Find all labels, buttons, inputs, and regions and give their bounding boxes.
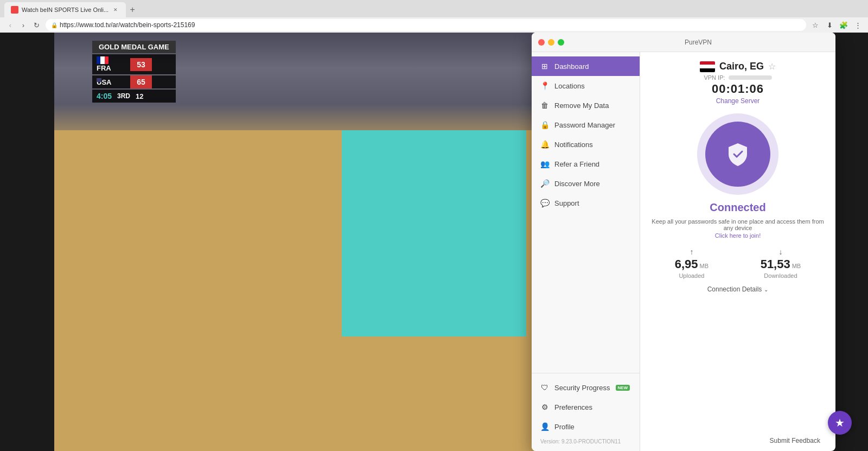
- notifications-icon: 🔔: [540, 140, 549, 149]
- window-maximize-button[interactable]: [558, 39, 564, 46]
- sidebar-item-refer-a-friend[interactable]: 👥 Refer a Friend: [532, 154, 640, 174]
- vpn-ip-row: VPN IP:: [704, 74, 771, 81]
- panel-body: ⊞ Dashboard 📍 Locations 🗑 Remove My Data…: [532, 52, 835, 451]
- panel-title: PureVPN: [567, 39, 829, 46]
- sidebar-label-discover-more: Discover More: [554, 180, 600, 188]
- menu-button[interactable]: ⋮: [852, 19, 864, 31]
- team1-row: FRA 53: [92, 54, 176, 74]
- download-stat: ↓ 51,53 MB Downloaded: [761, 247, 801, 279]
- team2-row: USA 65: [92, 75, 176, 88]
- game-title: GOLD MEDAL GAME: [92, 41, 176, 53]
- france-flag: [97, 56, 108, 64]
- sidebar-item-preferences[interactable]: ⚙ Preferences: [532, 397, 640, 417]
- sidebar-item-locations[interactable]: 📍 Locations: [532, 76, 640, 96]
- nav-buttons: ‹ › ↻: [4, 19, 42, 31]
- floating-star-button[interactable]: ★: [828, 411, 852, 435]
- sidebar-item-notifications[interactable]: 🔔 Notifications: [532, 135, 640, 154]
- tab-bar: Watch beIN SPORTS Live Onli... ✕ +: [0, 0, 868, 17]
- sidebar-item-password-manager[interactable]: 🔒 Password Manager: [532, 115, 640, 135]
- preferences-icon: ⚙: [540, 403, 549, 411]
- new-badge: NEW: [616, 385, 630, 391]
- sidebar-label-profile: Profile: [554, 423, 575, 431]
- sidebar-label-support: Support: [554, 199, 579, 207]
- promo-text: Keep all your passwords safe in one plac…: [649, 218, 827, 231]
- password-manager-icon: 🔒: [540, 120, 549, 129]
- team1-score: 53: [130, 58, 152, 71]
- download-value: 51,53 MB: [761, 257, 801, 271]
- location-row: Cairo, EG ☆: [649, 61, 827, 72]
- download-unit: MB: [792, 263, 801, 269]
- download-arrow-icon: ↓: [778, 247, 782, 256]
- vpn-sidebar: ⊞ Dashboard 📍 Locations 🗑 Remove My Data…: [532, 52, 640, 451]
- download-label: Downloaded: [764, 272, 797, 279]
- bookmark-button[interactable]: ☆: [809, 19, 821, 31]
- connection-details-label: Connection Details: [707, 285, 762, 293]
- connection-timer: 00:01:06: [712, 82, 764, 96]
- upload-stat: ↑ 6,95 MB Uploaded: [675, 247, 709, 279]
- egypt-flag-black: [700, 68, 715, 72]
- panel-titlebar: PureVPN: [532, 33, 835, 52]
- location-name: Cairo, EG: [719, 61, 764, 72]
- game-clock: 4:05 3RD 12: [92, 90, 176, 103]
- tab-title: Watch beIN SPORTS Live Onli...: [22, 7, 108, 13]
- sidebar-label-dashboard: Dashboard: [554, 62, 589, 71]
- sidebar-label-notifications: Notifications: [554, 141, 593, 149]
- sidebar-item-remove-my-data[interactable]: 🗑 Remove My Data: [532, 96, 640, 115]
- new-tab-button[interactable]: +: [126, 3, 139, 16]
- browser-chrome: Watch beIN SPORTS Live Onli... ✕ + ‹ › ↻…: [0, 0, 868, 33]
- favorite-star-icon[interactable]: ☆: [768, 61, 776, 72]
- shield-circle[interactable]: [697, 113, 778, 195]
- security-progress-icon: 🛡: [540, 383, 549, 392]
- promo-link[interactable]: Click here to join!: [715, 232, 761, 239]
- sidebar-item-support[interactable]: 💬 Support: [532, 193, 640, 213]
- change-server-link[interactable]: Change Server: [716, 97, 760, 105]
- back-button[interactable]: ‹: [4, 19, 16, 31]
- remove-data-icon: 🗑: [540, 101, 549, 110]
- sidebar-label-refer-a-friend: Refer a Friend: [554, 160, 599, 168]
- active-tab[interactable]: Watch beIN SPORTS Live Onli... ✕: [4, 2, 126, 17]
- connected-text: Connected: [710, 201, 765, 214]
- egypt-flag: [700, 61, 715, 72]
- submit-feedback-button[interactable]: Submit Feedback: [765, 435, 825, 447]
- dashboard-icon: ⊞: [540, 62, 549, 71]
- sidebar-label-remove-my-data: Remove My Data: [554, 101, 609, 110]
- clock-time: 4:05: [97, 92, 112, 100]
- version-text: Version: 9.23.0-PRODUCTION11: [532, 436, 640, 447]
- upload-value: 6,95 MB: [675, 257, 709, 271]
- connection-details-row[interactable]: Connection Details ⌄: [649, 285, 827, 293]
- court-paint: [342, 130, 526, 336]
- sidebar-item-security-progress[interactable]: 🛡 Security Progress NEW: [532, 378, 640, 397]
- vpn-ip-bar: [729, 75, 772, 80]
- main-content: GOLD MEDAL GAME FRA 53 USA 65 4:05: [0, 33, 868, 451]
- url-text: https://www.tod.tv/ar/watch/bein-sports-…: [60, 21, 195, 29]
- sidebar-label-locations: Locations: [554, 82, 585, 90]
- sidebar-item-discover-more[interactable]: 🔎 Discover More: [532, 174, 640, 193]
- sidebar-item-dashboard[interactable]: ⊞ Dashboard: [532, 56, 640, 76]
- discover-more-icon: 🔎: [540, 179, 549, 188]
- tab-close-button[interactable]: ✕: [112, 6, 119, 14]
- team2-name: USA: [92, 76, 130, 88]
- window-minimize-button[interactable]: [548, 39, 554, 46]
- upload-label: Uploaded: [679, 272, 704, 279]
- video-background: GOLD MEDAL GAME FRA 53 USA 65 4:05: [0, 33, 868, 451]
- sidebar-bottom: 🛡 Security Progress NEW ⚙ Preferences 👤 …: [532, 373, 640, 447]
- tab-favicon: [11, 6, 18, 14]
- team1-name: FRA: [92, 54, 130, 74]
- team2-score: 65: [130, 75, 152, 88]
- url-bar[interactable]: 🔒 https://www.tod.tv/ar/watch/bein-sport…: [46, 19, 806, 31]
- refresh-button[interactable]: ↻: [30, 19, 42, 31]
- vpn-ip-label: VPN IP:: [704, 74, 725, 81]
- sidebar-item-profile[interactable]: 👤 Profile: [532, 417, 640, 436]
- download-button[interactable]: ⬇: [824, 19, 835, 31]
- upload-arrow-icon: ↑: [690, 247, 693, 256]
- vpn-dashboard: Cairo, EG ☆ VPN IP: 00:01:06 Change Serv…: [640, 52, 835, 451]
- chevron-down-icon: ⌄: [764, 287, 768, 293]
- forward-button[interactable]: ›: [17, 19, 29, 31]
- upload-unit: MB: [700, 263, 709, 269]
- window-close-button[interactable]: [538, 39, 545, 46]
- browser-actions: ☆ ⬇ 🧩 ⋮: [809, 19, 864, 31]
- floating-star-icon: ★: [835, 416, 845, 429]
- extension-button[interactable]: 🧩: [838, 19, 850, 31]
- vpn-panel: PureVPN ⊞ Dashboard 📍 Locations 🗑: [532, 33, 835, 451]
- refer-friend-icon: 👥: [540, 160, 549, 168]
